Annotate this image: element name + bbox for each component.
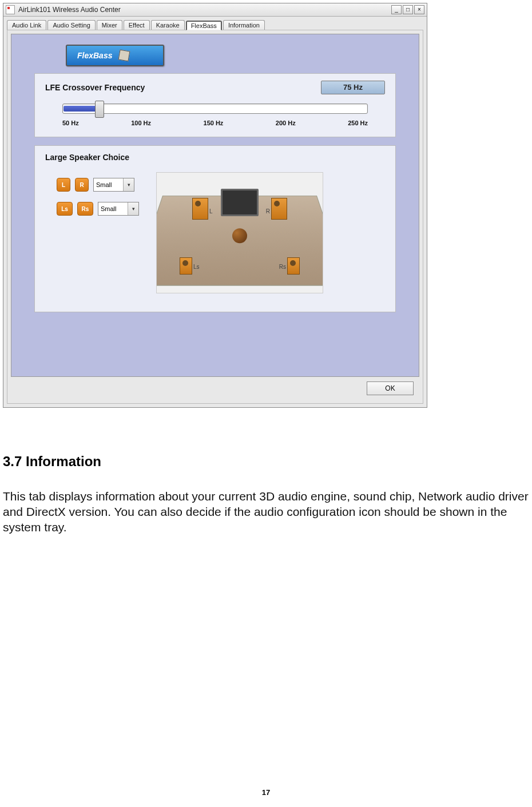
speaker-ls-icon [180,257,192,275]
speaker-panel: Large Speaker Choice L R Small ▾ Ls [34,145,396,312]
speaker-row-surround: Ls Rs Small ▾ [57,202,139,216]
speaker-r-icon [271,198,287,220]
tab-flexbass[interactable]: FlexBass [186,21,222,30]
lfe-ticks: 50 Hz 100 Hz 150 Hz 200 Hz 250 Hz [62,120,368,126]
close-button[interactable]: × [414,5,424,14]
tick-250: 250 Hz [348,120,368,126]
listener-icon [232,228,247,243]
tv-icon [221,189,259,216]
speaker-l-icon [192,198,208,220]
speaker-box-icon [118,50,130,62]
room-label-rs: Rs [279,264,286,270]
section-heading: 3.7 Information [3,454,529,470]
lfe-panel: LFE Crossover Frequency 75 Hz 50 Hz 100 … [34,73,396,137]
tab-bar: Audio Link Audio Setting Mixer Effect Ka… [3,17,427,30]
chevron-down-icon: ▾ [123,178,134,191]
lfe-slider[interactable] [62,104,368,114]
surround-size-select[interactable]: Small ▾ [98,202,139,216]
tab-information[interactable]: Information [223,20,265,30]
room-label-r: R [266,208,270,214]
tab-audio-link[interactable]: Audio Link [7,20,46,30]
room-diagram: L R Ls Rs [156,172,323,293]
titlebar[interactable]: AirLink101 Wireless Audio Center _ □ × [3,3,427,17]
chevron-down-icon: ▾ [128,202,138,215]
section-paragraph: This tab displays information about your… [3,489,529,535]
app-logo-icon [6,5,15,14]
minimize-button[interactable]: _ [391,5,402,14]
tab-karaoke[interactable]: Karaoke [151,20,185,30]
room-label-l: L [209,208,213,214]
speaker-row-front: L R Small ▾ [57,178,139,192]
chip-rs-icon[interactable]: Rs [77,202,93,216]
surround-size-value: Small [101,205,117,212]
flexbass-panel: FlexBass LFE Crossover Frequency 75 Hz 5… [11,34,419,377]
flexbass-banner: FlexBass [66,45,164,66]
lfe-title: LFE Crossover Frequency [45,83,145,92]
tab-content: FlexBass LFE Crossover Frequency 75 Hz 5… [7,30,423,404]
chip-ls-icon[interactable]: Ls [57,202,73,216]
room-label-ls: Ls [193,264,200,270]
maximize-button[interactable]: □ [403,5,413,14]
speaker-controls: L R Small ▾ Ls Rs Small [45,172,139,216]
lfe-value-display: 75 Hz [321,81,385,94]
speaker-title: Large Speaker Choice [45,153,385,162]
front-size-value: Small [96,181,112,188]
window-title: AirLink101 Wireless Audio Center [18,6,121,14]
lfe-slider-thumb[interactable] [95,101,104,118]
flexbass-banner-label: FlexBass [77,51,112,60]
app-window: AirLink101 Wireless Audio Center _ □ × A… [3,3,427,408]
tick-50: 50 Hz [62,120,79,126]
ok-button[interactable]: OK [367,381,414,395]
tick-100: 100 Hz [131,120,151,126]
front-size-select[interactable]: Small ▾ [93,178,134,192]
speaker-rs-icon [287,257,300,275]
document-section: 3.7 Information This tab displays inform… [3,454,529,535]
tick-150: 150 Hz [204,120,224,126]
chip-r-icon[interactable]: R [75,178,89,192]
tab-mixer[interactable]: Mixer [97,20,122,30]
chip-l-icon[interactable]: L [57,178,70,192]
tick-200: 200 Hz [276,120,296,126]
page-number: 17 [0,788,532,797]
tab-effect[interactable]: Effect [124,20,150,30]
tab-audio-setting[interactable]: Audio Setting [47,20,95,30]
